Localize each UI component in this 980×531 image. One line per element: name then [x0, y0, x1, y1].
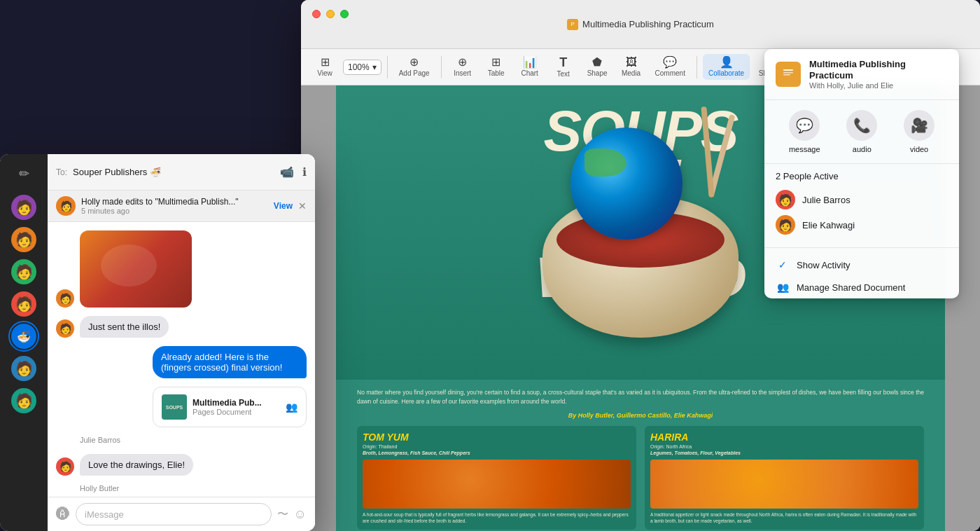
- messages-list: 🧑 🧑 Just sent the illos! Already added! …: [48, 222, 315, 497]
- doc-lower-content: No matter where you find yourself dining…: [336, 380, 945, 531]
- comment-icon: 💬: [663, 57, 677, 68]
- recipe-tomyum: TOM YUM Origin: Thailand Broth, Lemongra…: [357, 426, 636, 530]
- toolbar-separator-3: [696, 56, 697, 78]
- toolbar-insert[interactable]: ⊕ Insert: [447, 54, 478, 80]
- sidebar-avatar-5[interactable]: 🧑: [11, 356, 36, 381]
- to-label: To:: [56, 167, 67, 177]
- fullscreen-button[interactable]: [340, 10, 349, 18]
- doc-card-info: Multimedia Pub... Pages Document: [192, 398, 280, 416]
- sender-avatar-illos: 🧑: [56, 319, 74, 338]
- audio-action-button[interactable]: 📞 audio: [846, 110, 877, 153]
- message-love-drawings: 🧑 Love the drawings, Elie!: [56, 454, 307, 476]
- recipes-row: TOM YUM Origin: Thailand Broth, Lemongra…: [357, 426, 924, 530]
- video-action-icon-circle: 🎥: [904, 110, 934, 141]
- video-call-button[interactable]: 📹: [280, 165, 294, 179]
- people-section: 2 People Active 🧑 Julie Barros 🧑 Elie Ka…: [764, 164, 959, 242]
- doc-card[interactable]: SOUPS Multimedia Pub... Pages Document 👥: [153, 387, 307, 427]
- sidebar-avatar-6[interactable]: 🧑: [11, 388, 36, 413]
- toolbar-comment[interactable]: 💬 Comment: [650, 54, 691, 80]
- toolbar-chart[interactable]: 📊 Chart: [514, 54, 545, 80]
- notif-view-button[interactable]: View: [274, 201, 293, 211]
- info-button[interactable]: ℹ: [302, 165, 307, 179]
- show-activity-label: Show Activity: [797, 260, 850, 270]
- soup-bowl-illustration: [528, 156, 752, 352]
- sender-name-holly: Holly Butler: [80, 484, 307, 492]
- emoji-button[interactable]: ☺: [294, 507, 307, 522]
- dropdown-divider: [764, 247, 959, 248]
- header-icons: 📹 ℹ: [280, 165, 307, 179]
- message-input[interactable]: iMessage: [76, 503, 272, 525]
- close-button[interactable]: [312, 10, 321, 18]
- sidebar-avatar-active[interactable]: 🍜: [11, 324, 36, 349]
- doc-card-header: SOUPS Multimedia Pub... Pages Document 👥: [153, 387, 306, 427]
- bubble-already-added: Already added! Here is the (fingers cros…: [153, 346, 307, 378]
- insert-icon: ⊕: [458, 57, 467, 68]
- toolbar-text[interactable]: T Text: [548, 53, 579, 81]
- video-action-button[interactable]: 🎥 video: [904, 110, 934, 153]
- notif-text: Holly made edits to "Multimedia Publish.…: [81, 197, 268, 207]
- doc-icon: P: [567, 19, 578, 30]
- checkmark-icon: ✓: [776, 259, 790, 270]
- harira-image: [650, 460, 918, 509]
- sender-avatar-julie: 🧑: [56, 457, 74, 476]
- minimize-button[interactable]: [326, 10, 335, 18]
- show-activity-item[interactable]: ✓ Show Activity: [764, 254, 959, 276]
- compose-icon: ✏: [19, 166, 29, 181]
- video-action-label: video: [910, 145, 928, 153]
- dropdown-doc-title: Multimedia Publishing Practicum: [809, 59, 948, 81]
- messages-sidebar: ✏ 🧑 🧑 🧑 🧑 🍜 🧑 🧑: [0, 154, 48, 531]
- dropdown-header: Multimedia Publishing Practicum With Hol…: [764, 49, 959, 100]
- toolbar-media[interactable]: 🖼 Media: [616, 54, 647, 80]
- sidebar-avatar-4[interactable]: 🧑: [11, 291, 36, 317]
- person-row-julie: 🧑 Julie Barros: [776, 187, 948, 212]
- messages-main: To: Souper Publishers 🍜 📹 ℹ 🧑 Holly made…: [48, 154, 315, 531]
- svg-rect-2: [783, 72, 793, 74]
- compose-button[interactable]: ✏: [13, 163, 35, 185]
- svg-rect-3: [783, 74, 790, 76]
- toolbar-table[interactable]: ⊞ Table: [481, 54, 512, 80]
- toolbar-zoom[interactable]: 100% ▾: [343, 60, 382, 75]
- media-icon: 🖼: [626, 57, 637, 68]
- chart-icon: 📊: [523, 57, 537, 68]
- people-count: 2 People Active: [776, 171, 948, 181]
- photo-bubble: [80, 230, 192, 308]
- recipient-field: Souper Publishers 🍜: [73, 167, 274, 177]
- person-row-elie: 🧑 Elie Kahwagi: [776, 212, 948, 237]
- toolbar-separator-2: [441, 56, 442, 78]
- dropdown-doc-icon: [776, 62, 801, 87]
- elie-avatar: 🧑: [776, 215, 795, 235]
- collaborate-dropdown: Multimedia Publishing Practicum With Hol…: [764, 49, 959, 298]
- manage-doc-item[interactable]: 👥 Manage Shared Document: [764, 276, 959, 298]
- notif-close-button[interactable]: ✕: [298, 200, 307, 212]
- message-already-added: Already added! Here is the (fingers cros…: [56, 346, 307, 378]
- message-doc-card: SOUPS Multimedia Pub... Pages Document 👥: [56, 387, 307, 427]
- traffic-lights: [312, 10, 349, 18]
- toolbar-collaborate[interactable]: 👤 Collaborate: [703, 54, 750, 80]
- sidebar-avatar-2[interactable]: 🧑: [11, 227, 36, 252]
- tomyum-image: [363, 460, 631, 509]
- doc-byline: By Holly Butler, Guillermo Castillo, Eli…: [357, 412, 924, 419]
- message-photo-incoming: 🧑: [56, 230, 307, 308]
- julie-name: Julie Barros: [802, 195, 850, 205]
- app-store-icon[interactable]: 🅐: [56, 506, 70, 523]
- notification-bar: 🧑 Holly made edits to "Multimedia Publis…: [48, 191, 315, 222]
- toolbar-shape[interactable]: ⬟ Shape: [582, 54, 613, 80]
- pages-window: P Multimedia Publishing Practicum ⊞ View…: [301, 0, 980, 531]
- add-page-icon: ⊕: [410, 57, 419, 68]
- video-icon: 🎥: [911, 117, 928, 134]
- toolbar-view[interactable]: ⊞ View: [309, 54, 340, 80]
- collaborate-icon: 👤: [720, 57, 734, 68]
- manage-doc-icon: 👥: [776, 282, 790, 293]
- sidebar-avatar-1[interactable]: 🧑: [11, 195, 36, 220]
- sender-name-julie: Julie Barros: [80, 436, 307, 444]
- doc-card-type: Pages Document: [192, 408, 280, 416]
- manage-doc-label: Manage Shared Document: [797, 282, 905, 293]
- sidebar-avatar-3[interactable]: 🧑: [11, 259, 36, 284]
- doc-thumb: SOUPS: [162, 394, 187, 420]
- toolbar-add-page[interactable]: ⊕ Add Page: [393, 54, 435, 80]
- audio-waveform-icon[interactable]: 〜: [277, 507, 288, 522]
- globe-illustration: [570, 127, 682, 240]
- message-bubble-icon: 💬: [796, 117, 813, 134]
- message-action-button[interactable]: 💬 message: [789, 110, 820, 153]
- phone-icon: 📞: [853, 117, 871, 134]
